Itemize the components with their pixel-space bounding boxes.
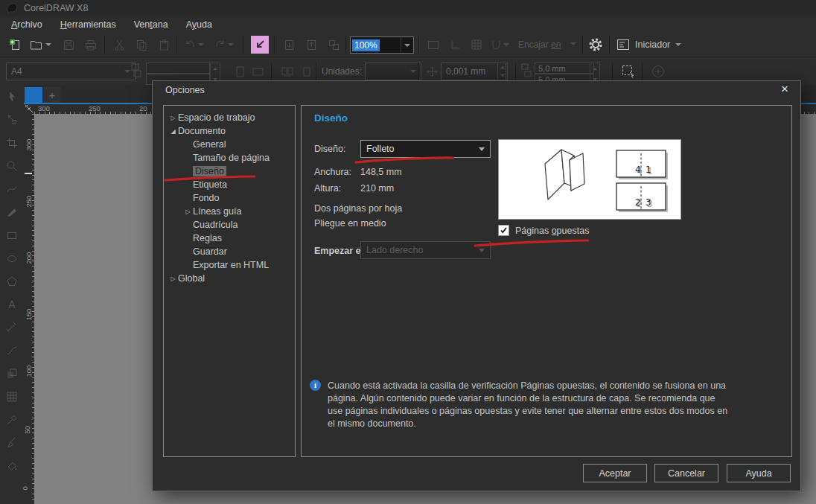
tree-item[interactable]: ▷ Global xyxy=(164,272,295,285)
new-document-button[interactable] xyxy=(6,36,24,54)
zoom-tool[interactable] xyxy=(0,154,24,177)
drop-shadow-tool[interactable] xyxy=(0,362,24,385)
vertical-ruler[interactable]: 300250200150100500 xyxy=(24,114,34,504)
snap-to-button[interactable] xyxy=(488,36,512,54)
tree-item[interactable]: Tamaño de página xyxy=(164,151,295,165)
tree-item[interactable]: Guardar xyxy=(164,245,295,258)
expander-icon[interactable]: ◢ xyxy=(168,128,178,135)
app-launcher-button[interactable] xyxy=(325,36,342,54)
menu-ayuda[interactable]: Ayuda xyxy=(182,18,216,31)
copy-button[interactable] xyxy=(133,36,150,54)
close-icon[interactable]: × xyxy=(777,82,793,97)
ellipse-tool[interactable] xyxy=(0,246,24,269)
polygon-tool[interactable] xyxy=(0,269,24,293)
treat-as-filled-button[interactable] xyxy=(619,63,637,80)
paste-button[interactable] xyxy=(155,36,173,54)
publish-pdf-button[interactable] xyxy=(302,36,320,54)
facing-pages-checkbox-row[interactable]: Páginas opuestas xyxy=(498,225,589,236)
landscape-button[interactable] xyxy=(249,63,267,80)
menu-archivo[interactable]: Archivo xyxy=(7,18,46,31)
add-page-tab-button[interactable]: + xyxy=(44,87,60,103)
page-size-combo[interactable]: A4 xyxy=(6,63,136,80)
undo-button[interactable] xyxy=(182,36,207,54)
facing-pages-checkbox[interactable] xyxy=(498,225,509,236)
undo-caret-icon[interactable] xyxy=(198,43,204,46)
eyedropper-tool[interactable] xyxy=(0,408,24,431)
tree-item[interactable]: ▷ Líneas guía xyxy=(164,205,295,218)
launcher-caret-icon[interactable] xyxy=(675,43,681,46)
launcher-dropdown[interactable]: Iniciador xyxy=(616,36,681,54)
open-button[interactable] xyxy=(27,36,54,54)
page-width-field[interactable] xyxy=(146,63,210,74)
freehand-tool[interactable] xyxy=(0,177,24,200)
expander-icon[interactable]: ▷ xyxy=(183,208,193,215)
pick-tool[interactable] xyxy=(0,85,24,108)
start-on-dropdown[interactable]: Lado derecho xyxy=(360,241,491,259)
nudge-offset-icon xyxy=(423,63,441,80)
redo-button[interactable] xyxy=(211,36,237,54)
show-grid-button[interactable] xyxy=(468,36,485,54)
tree-item[interactable]: Etiqueta xyxy=(164,178,295,191)
outline-pen-tool[interactable] xyxy=(0,431,24,454)
current-page-button[interactable] xyxy=(298,63,316,80)
open-caret-icon[interactable] xyxy=(45,43,51,46)
tree-item[interactable]: Cuadrícula xyxy=(164,218,295,232)
print-button[interactable] xyxy=(82,36,100,54)
ruler-tick-label: 50 xyxy=(23,426,31,434)
redo-caret-icon[interactable] xyxy=(228,43,234,46)
artistic-media-tool[interactable] xyxy=(0,200,24,223)
page-size-caret-icon[interactable] xyxy=(124,70,130,73)
tree-item[interactable]: ▷ Espacio de trabajo xyxy=(164,111,295,124)
options-gear-button[interactable] xyxy=(587,36,605,54)
help-button[interactable]: Ayuda xyxy=(727,464,791,482)
ruler-tick-label: 150 xyxy=(25,309,33,321)
toolbar-separator xyxy=(582,36,583,54)
zoom-level-combo[interactable]: 100% xyxy=(350,36,414,54)
nudge-distance-field[interactable]: 0,001 mm xyxy=(441,63,506,80)
expander-icon[interactable]: ▷ xyxy=(168,115,178,121)
units-combo[interactable] xyxy=(365,63,421,80)
tree-item[interactable]: Exportar en HTML xyxy=(164,258,295,272)
export-button[interactable] xyxy=(280,36,298,54)
menu-ventana[interactable]: Ventana xyxy=(130,18,172,31)
connector-tool[interactable] xyxy=(0,339,24,362)
show-rulers-button[interactable] xyxy=(447,36,465,54)
menu-herramientas[interactable]: Herramientas xyxy=(57,18,120,31)
expander-icon[interactable]: ▷ xyxy=(168,275,178,282)
fit-page-dropdown[interactable]: Encajar en xyxy=(518,39,561,50)
fullscreen-preview-button[interactable] xyxy=(424,36,442,54)
tree-item[interactable]: ◢ Documento xyxy=(164,124,295,138)
save-button[interactable] xyxy=(60,36,77,54)
tree-item[interactable]: Fondo xyxy=(164,191,295,205)
parallel-dimension-tool[interactable] xyxy=(0,316,24,339)
interactive-fill-tool[interactable] xyxy=(0,454,24,477)
snap-caret-icon[interactable] xyxy=(503,43,509,46)
page-size-value: A4 xyxy=(11,66,22,77)
active-document-tab[interactable] xyxy=(25,87,42,103)
ruler-tick-label: 300 xyxy=(38,104,50,112)
duplicate-x-field[interactable]: 5,0 mm xyxy=(535,63,594,74)
rectangle-tool[interactable] xyxy=(0,223,24,246)
shape-tool[interactable] xyxy=(0,108,24,131)
panel-heading: Diseño xyxy=(314,112,348,124)
add-plus-button[interactable] xyxy=(649,63,667,80)
tree-item[interactable]: Diseño xyxy=(164,165,295,178)
import-button[interactable] xyxy=(251,36,269,54)
tree-item[interactable]: General xyxy=(164,138,295,151)
cancel-button[interactable]: Cancelar xyxy=(654,464,718,482)
fit-page-caret-icon[interactable] xyxy=(570,42,576,45)
all-pages-button[interactable] xyxy=(278,63,296,80)
accept-button[interactable]: Aceptar xyxy=(583,464,647,482)
preview-number-4: 4 xyxy=(635,165,641,175)
mesh-fill-tool[interactable] xyxy=(0,385,24,408)
portrait-button[interactable] xyxy=(231,63,249,80)
tree-item[interactable]: Reglas xyxy=(164,232,295,245)
text-tool[interactable]: A xyxy=(0,293,24,316)
crop-tool[interactable] xyxy=(0,131,24,154)
zoom-combo-arrow[interactable] xyxy=(401,37,413,53)
layout-dropdown[interactable]: Folleto xyxy=(360,140,491,158)
tree-item-label: Diseño xyxy=(193,166,226,176)
tree-item-label: Global xyxy=(178,273,205,284)
nudge-spinner[interactable] xyxy=(497,63,508,80)
cut-button[interactable] xyxy=(110,36,128,54)
